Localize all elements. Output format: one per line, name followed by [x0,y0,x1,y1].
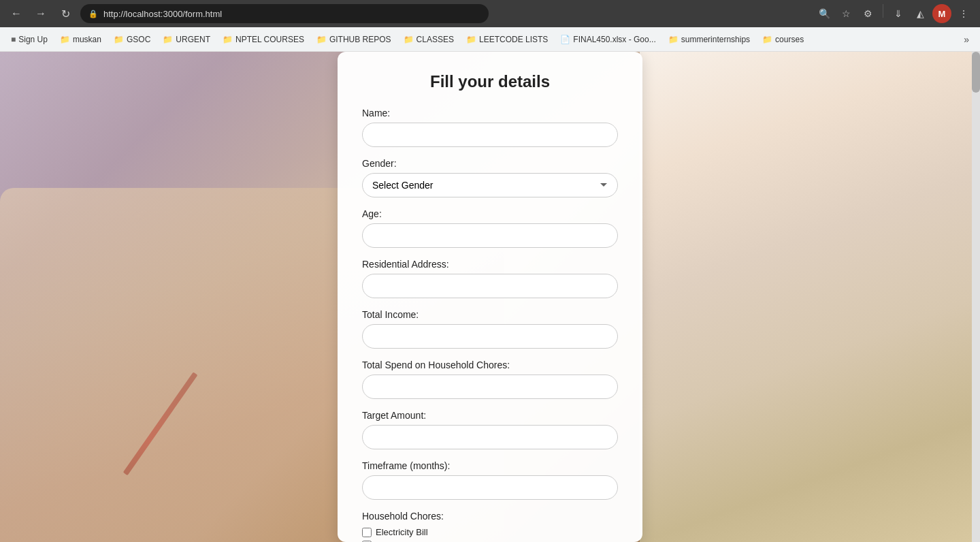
name-label: Name: [362,108,618,118]
bookmark-label: GSOC [127,35,150,44]
bookmark-label: Sign Up [18,35,48,44]
bg-right [640,52,980,542]
lock-icon: 🔒 [88,10,98,18]
browser-actions: 🔍 ☆ ⚙ ⇓ ◭ M ⋮ [815,4,973,23]
reload-button[interactable]: ↻ [56,4,75,23]
drive-icon: 📄 [560,35,570,44]
bookmark-label: summerinternships [681,35,750,44]
browser-chrome: ← → ↻ 🔒 http://localhost:3000/form.html … [0,0,980,27]
gender-select[interactable]: Select Gender Male Female Other Prefer n… [362,173,618,197]
electricity-checkbox[interactable] [362,528,372,537]
age-label: Age: [362,208,618,219]
bookmark-label: muskan [73,35,101,44]
profile-button[interactable]: M [932,4,951,23]
download-button[interactable]: ⇓ [889,4,908,23]
folder-icon: 📁 [668,35,679,44]
app-icon: ■ [11,35,16,44]
bookmark-label: CLASSES [416,35,454,44]
income-input[interactable] [362,324,618,349]
form-title: Fill your details [362,72,618,91]
scrollbar-thumb[interactable] [972,52,980,93]
more-bookmarks-button[interactable]: » [958,31,975,48]
timeframe-input[interactable] [362,475,618,500]
age-group: Age: [362,208,618,248]
bookmark-final450[interactable]: 📄 FINAL450.xlsx - Goo... [555,32,661,47]
star-button[interactable]: ☆ [836,4,855,23]
bookmarks-bar: ■ Sign Up 📁 muskan 📁 GSOC 📁 URGENT 📁 NPT… [0,27,980,52]
name-group: Name: [362,108,618,147]
forward-button[interactable]: → [31,4,50,23]
folder-icon: 📁 [60,35,70,44]
scrollbar[interactable] [972,52,980,542]
folder-icon: 📁 [762,35,772,44]
chores-section-label: Household Chores: [362,511,618,522]
income-label: Total Income: [362,309,618,320]
folder-icon: 📁 [466,35,476,44]
bookmark-signup[interactable]: ■ Sign Up [5,32,53,47]
sidebar-button[interactable]: ◭ [911,4,930,23]
bookmark-nptel[interactable]: 📁 NPTEL COURSES [217,32,310,47]
income-group: Total Income: [362,309,618,349]
back-button[interactable]: ← [7,4,26,23]
main-content: Fill your details Name: Gender: Select G… [0,52,980,542]
address-group: Residential Address: [362,259,618,298]
name-input[interactable] [362,123,618,147]
bookmark-classes[interactable]: 📁 CLASSES [398,32,459,47]
address-bar[interactable]: 🔒 http://localhost:3000/form.html [80,4,489,23]
url-text: http://localhost:3000/form.html [103,9,222,19]
address-label: Residential Address: [362,259,618,270]
address-input[interactable] [362,274,618,298]
folder-icon: 📁 [163,35,173,44]
chores-group: Household Chores: Electricity Bill Water… [362,511,618,542]
gender-group: Gender: Select Gender Male Female Other … [362,158,618,197]
bookmark-label: LEETCODE LISTS [479,35,548,44]
search-button[interactable]: 🔍 [815,4,834,23]
timeframe-group: Timeframe (months): [362,460,618,500]
electricity-text: Electricity Bill [376,527,428,537]
electricity-label[interactable]: Electricity Bill [362,527,618,537]
bookmark-gsoc[interactable]: 📁 GSOC [108,32,156,47]
timeframe-label: Timeframe (months): [362,460,618,471]
menu-button[interactable]: ⋮ [954,4,973,23]
folder-icon: 📁 [223,35,233,44]
bookmark-muskan[interactable]: 📁 muskan [54,32,107,47]
household-spend-label: Total Spend on Household Chores: [362,360,618,370]
household-spend-input[interactable] [362,374,618,399]
extensions-button[interactable]: ⚙ [858,4,877,23]
target-input[interactable] [362,425,618,449]
bookmark-label: URGENT [176,35,210,44]
bookmark-urgent[interactable]: 📁 URGENT [157,32,216,47]
folder-icon: 📁 [114,35,124,44]
bookmark-leetcode[interactable]: 📁 LEETCODE LISTS [461,32,553,47]
bookmark-label: FINAL450.xlsx - Goo... [573,35,655,44]
bookmark-courses[interactable]: 📁 courses [757,32,809,47]
bookmark-summerinternships[interactable]: 📁 summerinternships [663,32,755,47]
household-spend-group: Total Spend on Household Chores: [362,360,618,399]
bookmark-label: courses [775,35,804,44]
target-label: Target Amount: [362,410,618,421]
folder-icon: 📁 [404,35,414,44]
bookmark-github[interactable]: 📁 GITHUB REPOS [311,32,397,47]
form-container: Fill your details Name: Gender: Select G… [338,52,642,542]
bookmark-label: GITHUB REPOS [329,35,391,44]
gender-label: Gender: [362,158,618,169]
target-group: Target Amount: [362,410,618,449]
folder-icon: 📁 [316,35,327,44]
bookmark-label: NPTEL COURSES [235,35,304,44]
electricity-checkbox-group: Electricity Bill [362,527,618,537]
age-input[interactable] [362,223,618,248]
